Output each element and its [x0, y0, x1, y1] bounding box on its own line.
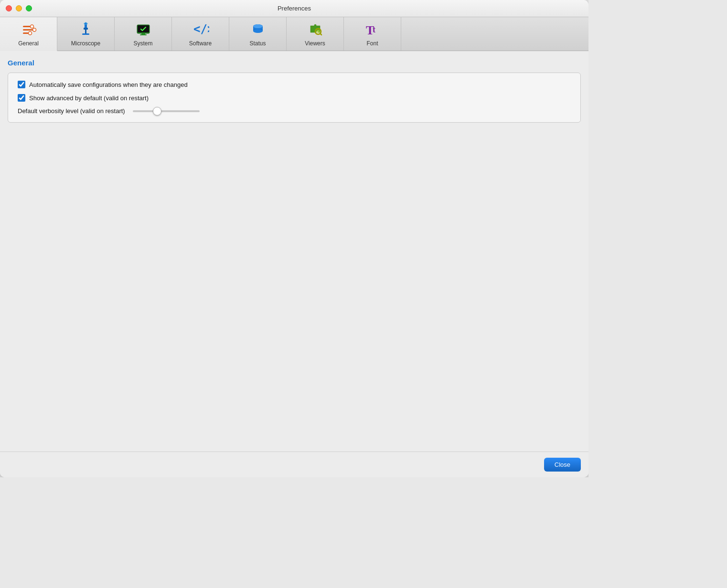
svg-rect-0 [23, 26, 31, 27]
minimize-traffic-light[interactable] [16, 5, 22, 11]
svg-rect-10 [85, 30, 86, 33]
svg-point-5 [28, 32, 32, 35]
auto-save-checkbox[interactable] [18, 81, 25, 88]
verbosity-row: Default verbosity level (valid on restar… [18, 107, 571, 115]
close-traffic-light[interactable] [6, 5, 12, 11]
viewers-icon [307, 21, 324, 38]
tab-general-label: General [18, 40, 39, 47]
content-area: General Automatically save configuration… [0, 51, 588, 452]
section-title: General [8, 59, 581, 67]
tab-status[interactable]: Status [229, 17, 287, 51]
close-button[interactable]: Close [544, 458, 581, 472]
svg-rect-16 [140, 34, 147, 35]
system-icon [135, 21, 152, 38]
title-bar: Preferences [0, 0, 588, 17]
svg-point-26 [316, 30, 320, 33]
svg-point-11 [85, 22, 86, 24]
svg-text:t: t [373, 25, 375, 34]
tab-font[interactable]: T t Font [344, 17, 401, 51]
svg-rect-7 [84, 28, 88, 30]
auto-save-row: Automatically save configurations when t… [18, 81, 571, 88]
svg-point-23 [253, 24, 263, 28]
window-title: Preferences [278, 5, 311, 12]
preferences-window: Preferences General [0, 0, 588, 477]
svg-point-4 [32, 28, 36, 32]
svg-rect-14 [138, 25, 149, 32]
verbosity-label: Default verbosity level (valid on restar… [18, 107, 125, 115]
verbosity-slider[interactable] [133, 110, 200, 112]
tab-general[interactable]: General [0, 17, 57, 51]
traffic-lights [6, 5, 32, 11]
tab-software-label: Software [189, 40, 212, 47]
tab-microscope-label: Microscope [71, 40, 100, 47]
tab-system-label: System [133, 40, 152, 47]
auto-save-label: Automatically save configurations when t… [29, 81, 188, 88]
tab-font-label: Font [366, 40, 378, 47]
svg-rect-9 [82, 33, 89, 35]
maximize-traffic-light[interactable] [26, 5, 32, 11]
tab-software[interactable]: </> Software [172, 17, 229, 51]
svg-point-3 [30, 25, 33, 28]
font-icon: T t [364, 21, 381, 38]
bottom-bar: Close [0, 452, 588, 477]
svg-rect-2 [23, 32, 29, 34]
show-advanced-checkbox[interactable] [18, 94, 25, 102]
status-icon [249, 21, 267, 38]
svg-point-22 [253, 29, 263, 33]
tab-system[interactable]: System [115, 17, 172, 51]
tab-microscope[interactable]: Microscope [57, 17, 115, 51]
svg-line-25 [320, 33, 321, 35]
show-advanced-label: Show advanced by default (valid on resta… [29, 94, 149, 102]
microscope-icon [77, 21, 95, 38]
tab-viewers-label: Viewers [305, 40, 325, 47]
settings-box: Automatically save configurations when t… [8, 73, 581, 123]
svg-rect-1 [23, 29, 33, 31]
software-icon: </> [192, 21, 209, 38]
show-advanced-row: Show advanced by default (valid on resta… [18, 94, 571, 102]
tab-status-label: Status [249, 40, 266, 47]
svg-text:</>: </> [193, 22, 209, 36]
general-icon [20, 21, 37, 38]
toolbar: General Microscope [0, 17, 588, 51]
tab-viewers[interactable]: Viewers [287, 17, 344, 51]
